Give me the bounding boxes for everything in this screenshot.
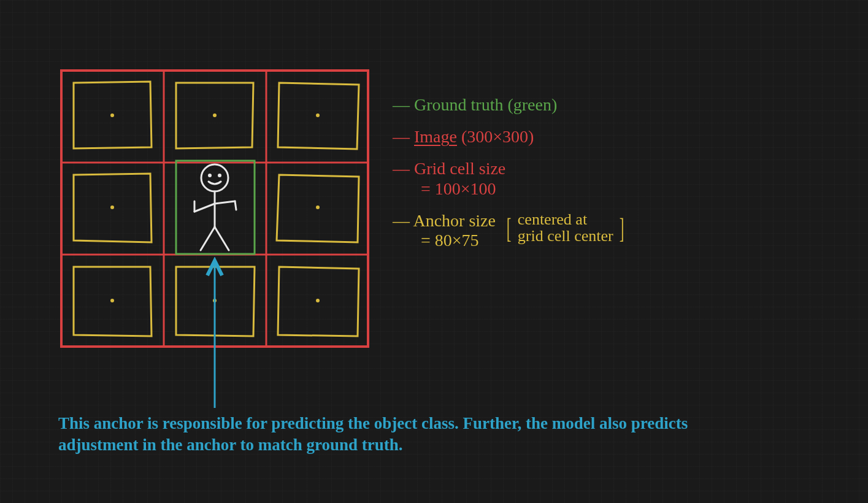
svg-point-4 — [316, 205, 320, 209]
anchor-note-line2: grid cell center — [518, 227, 613, 245]
grid-diagram — [58, 67, 371, 350]
svg-line-17 — [215, 227, 229, 250]
svg-line-12 — [194, 204, 215, 212]
legend-anchor: — Anchor size = 80×75 [ centered at grid… — [393, 211, 847, 250]
arrow-caption: This anchor is responsible for predictin… — [58, 413, 702, 456]
legend-image-word: Image — [414, 127, 457, 146]
svg-line-15 — [235, 201, 236, 210]
legend-anchor-line1: — Anchor size — [393, 211, 496, 230]
legend: — Ground truth (green) — Image (300×300)… — [393, 95, 847, 263]
stick-figure — [194, 164, 236, 250]
svg-point-2 — [316, 113, 320, 117]
svg-point-8 — [201, 164, 228, 191]
anchor-boxes — [74, 82, 359, 336]
legend-image-suffix: (300×300) — [457, 127, 534, 146]
legend-image-prefix: — — [393, 127, 414, 146]
svg-point-5 — [110, 299, 114, 302]
svg-point-9 — [209, 175, 211, 177]
svg-point-0 — [110, 113, 114, 117]
legend-grid-cell-line2: = 100×100 — [393, 179, 847, 199]
svg-point-7 — [316, 299, 320, 302]
legend-grid-cell-line1: — Grid cell size — [393, 159, 505, 178]
diagram-svg — [58, 67, 371, 350]
legend-anchor-line2: = 80×75 — [393, 231, 496, 250]
legend-image: — Image (300×300) — [393, 127, 847, 147]
svg-line-14 — [215, 201, 235, 204]
anchor-note-line1: centered at — [518, 210, 587, 228]
legend-ground-truth: — Ground truth (green) — [393, 95, 847, 115]
svg-line-16 — [201, 227, 215, 250]
svg-point-3 — [110, 205, 114, 209]
legend-grid-cell: — Grid cell size = 100×100 — [393, 159, 847, 198]
svg-point-10 — [219, 175, 221, 177]
svg-point-6 — [213, 299, 217, 302]
svg-point-1 — [213, 113, 217, 117]
